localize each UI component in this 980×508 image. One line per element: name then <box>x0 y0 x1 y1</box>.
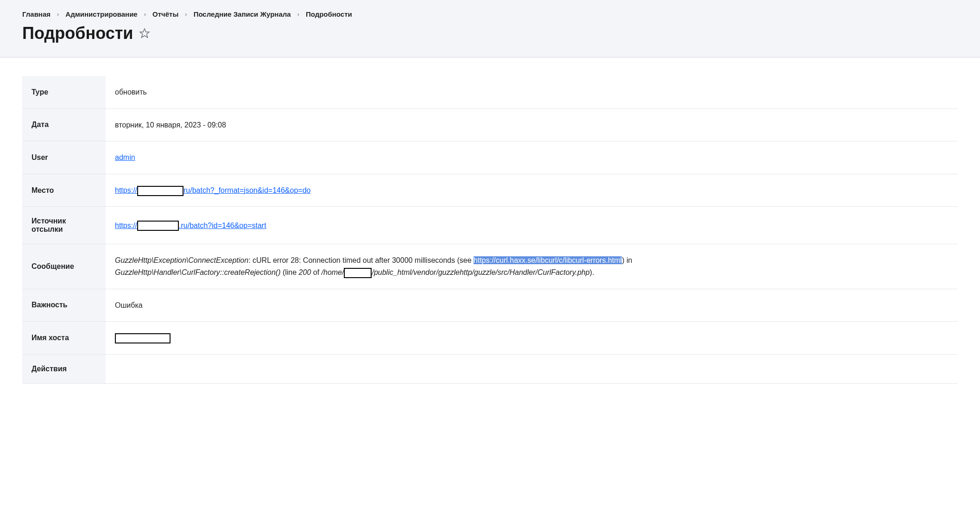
value-location: https://ru/batch?_format=json&id=146&op=… <box>106 174 958 207</box>
of-text: of <box>311 268 321 276</box>
referer-url-suffix: .ru/batch?id=146&op=start <box>179 222 266 229</box>
value-date: вторник, 10 января, 2023 - 09:08 <box>106 108 958 141</box>
method-ref: GuzzleHttp\Handler\CurlFactory::createRe… <box>115 268 280 276</box>
chevron-right-icon: › <box>144 11 146 18</box>
value-actions <box>106 354 958 383</box>
detail-table: Type обновить Дата вторник, 10 января, 2… <box>22 76 958 384</box>
row-severity: Важность Ошибка <box>22 289 958 322</box>
chevron-right-icon: › <box>185 11 187 18</box>
row-message: Сообщение GuzzleHttp\Exception\ConnectEx… <box>22 244 958 289</box>
row-type: Type обновить <box>22 76 958 108</box>
breadcrumb-link-reports[interactable]: Отчёты <box>152 10 178 18</box>
exception-class: GuzzleHttp\Exception\ConnectException <box>115 256 248 264</box>
redacted-box <box>137 221 179 231</box>
breadcrumb-link-home[interactable]: Главная <box>22 10 51 18</box>
redacted-box <box>137 186 183 196</box>
breadcrumb-link-admin[interactable]: Администрирование <box>65 10 137 18</box>
path-suffix: /public_html/vendor/guzzlehttp/guzzle/sr… <box>372 268 589 276</box>
referer-link[interactable]: https://.ru/batch?id=146&op=start <box>115 222 266 229</box>
chevron-right-icon: › <box>57 11 59 18</box>
label-user: User <box>22 141 106 174</box>
highlighted-url: https://curl.haxx.se/libcurl/c/libcurl-e… <box>474 256 622 264</box>
line-number: 200 <box>299 268 311 276</box>
user-link[interactable]: admin <box>115 153 135 161</box>
label-hostname: Имя хоста <box>22 322 106 355</box>
location-url-prefix: https:// <box>115 186 137 194</box>
content: Type обновить Дата вторник, 10 января, 2… <box>0 57 980 402</box>
value-user: admin <box>106 141 958 174</box>
star-icon[interactable] <box>139 28 150 39</box>
row-user: User admin <box>22 141 958 174</box>
label-severity: Важность <box>22 289 106 322</box>
value-referer: https://.ru/batch?id=146&op=start <box>106 207 958 244</box>
label-referer: Источник отсылки <box>22 207 106 244</box>
file-path: /home//public_html/vendor/guzzlehttp/guz… <box>322 268 590 276</box>
breadcrumb-current: Подробности <box>306 10 352 18</box>
path-prefix: /home/ <box>322 268 344 276</box>
value-severity: Ошибка <box>106 289 958 322</box>
label-actions: Действия <box>22 354 106 383</box>
page-title-row: Подробности <box>22 24 958 43</box>
value-hostname <box>106 322 958 355</box>
message-text-1: : cURL error 28: Connection timed out af… <box>248 256 474 264</box>
header-region: Главная › Администрирование › Отчёты › П… <box>0 0 980 57</box>
line-open: (line <box>280 268 298 276</box>
redacted-box <box>344 268 372 278</box>
label-location: Место <box>22 174 106 207</box>
value-message: GuzzleHttp\Exception\ConnectException: c… <box>106 244 958 289</box>
redacted-box <box>115 333 171 343</box>
svg-marker-0 <box>140 29 149 38</box>
message-text-2: ) in <box>622 256 632 264</box>
row-referer: Источник отсылки https://.ru/batch?id=14… <box>22 207 958 244</box>
row-location: Место https://ru/batch?_format=json&id=1… <box>22 174 958 207</box>
location-link[interactable]: https://ru/batch?_format=json&id=146&op=… <box>115 186 310 194</box>
breadcrumb: Главная › Администрирование › Отчёты › П… <box>22 10 958 18</box>
referer-url-prefix: https:// <box>115 222 137 229</box>
location-url-suffix: ru/batch?_format=json&id=146&op=do <box>183 186 310 194</box>
message-end: ). <box>590 268 594 276</box>
label-type: Type <box>22 76 106 108</box>
label-message: Сообщение <box>22 244 106 289</box>
chevron-right-icon: › <box>297 11 299 18</box>
row-date: Дата вторник, 10 января, 2023 - 09:08 <box>22 108 958 141</box>
row-actions: Действия <box>22 354 958 383</box>
label-date: Дата <box>22 108 106 141</box>
breadcrumb-link-recent-log[interactable]: Последние Записи Журнала <box>194 10 291 18</box>
page-title: Подробности <box>22 24 133 43</box>
row-hostname: Имя хоста <box>22 322 958 355</box>
value-type: обновить <box>106 76 958 108</box>
